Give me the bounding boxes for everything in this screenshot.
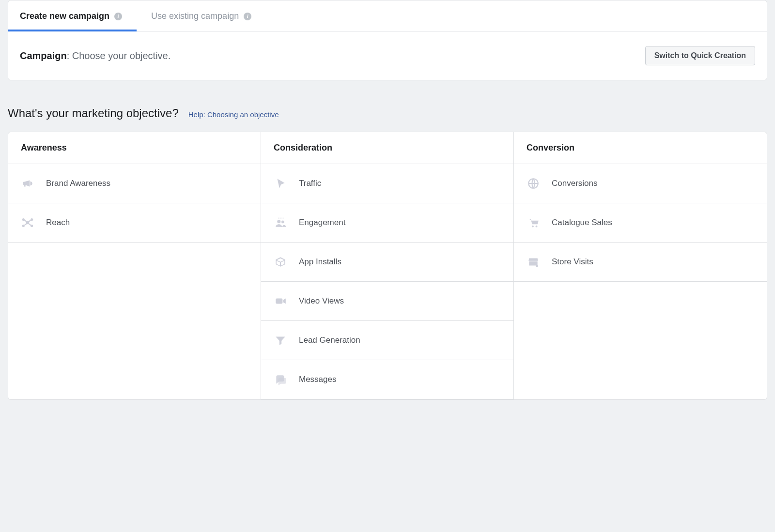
objective-traffic[interactable]: Traffic: [261, 164, 513, 203]
section-title-row: What's your marketing objective? Help: C…: [0, 80, 775, 132]
column-header: Consideration: [261, 132, 513, 164]
objective-lead-generation[interactable]: Lead Generation: [261, 321, 513, 360]
objective-reach[interactable]: Reach: [8, 203, 261, 243]
objectives-grid: AwarenessBrand AwarenessReachConsiderati…: [8, 132, 767, 400]
tab-label: Create new campaign: [20, 11, 109, 21]
objective-label: Video Views: [299, 296, 344, 306]
cursor-icon: [274, 177, 287, 190]
campaign-heading-subtitle: : Choose your objective.: [67, 50, 171, 61]
tab-create-new-campaign[interactable]: Create new campaign: [20, 0, 122, 31]
objective-catalogue-sales[interactable]: Catalogue Sales: [514, 203, 767, 243]
objective-label: App Installs: [299, 257, 341, 267]
objective-store-visits[interactable]: Store Visits: [514, 243, 767, 282]
globe-icon: [527, 177, 540, 190]
cart-icon: [527, 216, 540, 229]
campaign-heading-row: Campaign: Choose your objective. Switch …: [8, 31, 767, 80]
campaign-heading: Campaign: Choose your objective.: [20, 50, 170, 61]
objective-label: Catalogue Sales: [552, 218, 612, 228]
objective-label: Store Visits: [552, 257, 593, 267]
info-icon[interactable]: [244, 13, 251, 20]
objective-label: Reach: [46, 218, 70, 228]
megaphone-icon: [21, 177, 34, 190]
campaign-setup-card: Create new campaign Use existing campaig…: [8, 0, 767, 80]
tab-use-existing-campaign[interactable]: Use existing campaign: [151, 0, 251, 31]
objective-label: Brand Awareness: [46, 179, 110, 188]
objective-label: Lead Generation: [299, 335, 360, 345]
box-icon: [274, 255, 287, 269]
objective-label: Traffic: [299, 179, 321, 188]
column-header: Awareness: [8, 132, 261, 164]
section-title: What's your marketing objective?: [8, 106, 179, 120]
reach-icon: [21, 216, 34, 229]
objective-app-installs[interactable]: App Installs: [261, 243, 513, 282]
objectives-column: ConsiderationTrafficEngagementApp Instal…: [261, 132, 514, 399]
messages-icon: [274, 373, 287, 386]
objective-messages[interactable]: Messages: [261, 360, 513, 399]
objective-video-views[interactable]: Video Views: [261, 282, 513, 321]
objective-brand-awareness[interactable]: Brand Awareness: [8, 164, 261, 203]
objective-engagement[interactable]: Engagement: [261, 203, 513, 243]
tab-label: Use existing campaign: [151, 11, 239, 21]
switch-to-quick-creation-button[interactable]: Switch to Quick Creation: [645, 46, 755, 65]
objective-label: Engagement: [299, 218, 345, 228]
campaign-heading-label: Campaign: [20, 50, 67, 61]
objective-label: Conversions: [552, 179, 598, 188]
objective-label: Messages: [299, 375, 336, 384]
objective-conversions[interactable]: Conversions: [514, 164, 767, 203]
help-link[interactable]: Help: Choosing an objective: [188, 110, 279, 119]
store-icon: [527, 255, 540, 269]
column-header: Conversion: [514, 132, 767, 164]
objectives-column: ConversionConversionsCatalogue SalesStor…: [514, 132, 767, 399]
tabs: Create new campaign Use existing campaig…: [8, 0, 767, 31]
objectives-column: AwarenessBrand AwarenessReach: [8, 132, 261, 399]
funnel-icon: [274, 334, 287, 347]
info-icon[interactable]: [114, 13, 122, 20]
people-icon: [274, 216, 287, 229]
video-icon: [274, 294, 287, 308]
